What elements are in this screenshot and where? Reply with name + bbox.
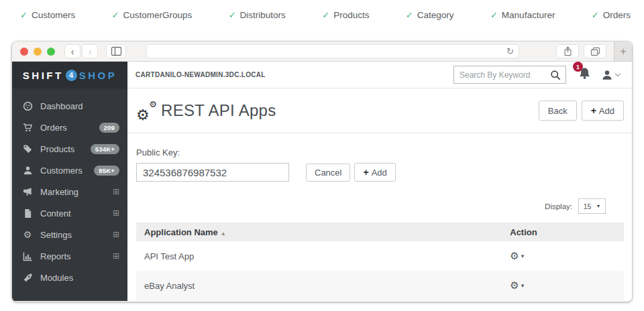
logo-text-shop: SHOP: [79, 70, 117, 81]
back-button[interactable]: ‹: [64, 44, 80, 58]
table-header-row: Application Name▲ Action: [136, 223, 624, 241]
sidebar-item-content[interactable]: Content ⊞: [12, 202, 127, 224]
share-icon: [564, 46, 572, 56]
expand-icon[interactable]: ⊞: [113, 187, 119, 196]
document-icon: [22, 208, 33, 219]
add-app-button[interactable]: + Add: [582, 101, 624, 121]
forward-button[interactable]: ›: [82, 44, 98, 58]
sidebar-item-dashboard[interactable]: Dashboard: [12, 95, 127, 117]
app-name-cell: eBay Analyst: [136, 271, 502, 300]
screen: ✓ Customers ✓ CustomerGroups ✓ Distribut…: [0, 0, 644, 311]
sidebar-item-reports[interactable]: Reports ⊞: [12, 245, 127, 267]
apps-table: Application Name▲ Action API Test App ⚙ …: [136, 223, 624, 300]
sidebar-nav: Dashboard Orders 209 Products 534K+ Cust…: [12, 88, 127, 288]
breadcrumb: CARTDANILO-NEWADMIN.3DC.LOCAL: [136, 71, 266, 78]
column-application-name[interactable]: Application Name▲: [136, 223, 502, 241]
workflow-nav: ✓ Customers ✓ CustomerGroups ✓ Distribut…: [0, 0, 644, 29]
sidebar-item-label: Dashboard: [40, 101, 83, 111]
apps-table-body: API Test App ⚙ ▾ eBay Analyst ⚙ ▾: [136, 241, 624, 300]
keyword-search[interactable]: [453, 66, 566, 84]
check-icon: ✓: [592, 10, 599, 20]
column-action: Action: [502, 223, 624, 241]
action-menu-button[interactable]: ⚙ ▾: [510, 250, 524, 262]
display-count-select[interactable]: 15 ▼: [578, 198, 606, 214]
back-page-button[interactable]: Back: [539, 101, 577, 121]
search-input[interactable]: [460, 70, 550, 80]
reload-icon[interactable]: ↻: [506, 46, 514, 56]
user-account-icon: [601, 69, 613, 81]
address-input[interactable]: [147, 48, 519, 56]
count-badge: 534K+: [91, 144, 119, 154]
megaphone-icon: [22, 187, 33, 197]
workflow-step[interactable]: ✓ Category: [406, 10, 454, 20]
plus-icon: +: [363, 167, 368, 178]
user-menu-button[interactable]: [601, 69, 620, 81]
app-name-cell: API Test App: [136, 241, 502, 271]
sidebar-item-label: Modules: [40, 273, 73, 283]
gear-icon: ⚙: [510, 279, 519, 292]
sidebar-item-products[interactable]: Products 534K+: [12, 138, 127, 160]
notification-badge: 1: [573, 62, 583, 72]
expand-icon[interactable]: ⊞: [113, 230, 119, 239]
gears-icon: ⚙: [22, 229, 33, 240]
tab-overview-button[interactable]: [584, 44, 606, 58]
workflow-step-label: Distributors: [240, 10, 286, 20]
notifications-button[interactable]: 1: [578, 67, 591, 82]
admin-sidebar: SHIFT 4 SHOP Dashboard Orders 209 Produc…: [12, 62, 127, 301]
cart-icon: [22, 123, 33, 133]
sidebar-item-customers[interactable]: Customers 85K+: [12, 160, 127, 181]
sidebar-item-label: Content: [40, 208, 71, 219]
workflow-step[interactable]: ✓ Products: [322, 10, 369, 20]
gear-icon: ⚙: [510, 250, 519, 262]
tags-icon: [22, 144, 33, 154]
workflow-step[interactable]: ✓ Manufacturer: [490, 10, 555, 20]
cancel-button[interactable]: Cancel: [306, 164, 350, 182]
close-button[interactable]: [20, 48, 28, 56]
sidebar-item-marketing[interactable]: Marketing ⊞: [12, 181, 127, 202]
search-icon[interactable]: [550, 70, 561, 80]
shift4shop-logo[interactable]: SHIFT 4 SHOP: [12, 62, 127, 88]
public-key-input[interactable]: [136, 163, 289, 182]
new-tab-button[interactable]: +: [614, 42, 632, 61]
workflow-step-label: CustomerGroups: [123, 10, 192, 20]
workflow-step[interactable]: ✓ Distributors: [229, 10, 286, 20]
chevron-down-icon: [615, 71, 621, 76]
sort-asc-icon: ▲: [221, 231, 226, 237]
check-icon: ✓: [322, 10, 329, 20]
address-bar[interactable]: ↻: [146, 44, 519, 58]
dropdown-caret-icon: ▼: [596, 204, 600, 208]
workflow-step[interactable]: ✓ Customers: [20, 10, 75, 20]
sidebar-item-settings[interactable]: ⚙ Settings ⊞: [12, 224, 127, 245]
workflow-step[interactable]: ✓ Orders: [592, 10, 631, 20]
dashboard-icon: [22, 101, 33, 111]
action-menu-button[interactable]: ⚙ ▾: [510, 279, 524, 292]
share-button[interactable]: [556, 44, 579, 58]
expand-icon[interactable]: ⊞: [113, 251, 119, 261]
logo-4-badge: 4: [66, 70, 77, 81]
minimize-button[interactable]: [34, 48, 42, 56]
zoom-button[interactable]: [47, 48, 55, 56]
sidebar-item-label: Customers: [40, 166, 83, 176]
workflow-step-label: Category: [417, 10, 454, 20]
count-badge: 209: [99, 123, 119, 133]
workflow-step-label: Orders: [603, 10, 631, 20]
sidebar-item-orders[interactable]: Orders 209: [12, 117, 127, 138]
display-label: Display:: [545, 202, 572, 210]
sidebar-item-modules[interactable]: Modules: [12, 267, 127, 288]
window-controls: [20, 48, 55, 56]
expand-icon[interactable]: ⊞: [113, 208, 119, 218]
sidebar-item-label: Settings: [40, 230, 72, 240]
caret-down-icon: ▾: [521, 282, 525, 289]
confirm-add-button[interactable]: + Add: [354, 163, 395, 182]
sidebar-toggle-button[interactable]: [106, 44, 126, 58]
user-icon: [22, 166, 33, 176]
workflow-step-label: Customers: [32, 10, 75, 20]
bar-chart-icon: [22, 251, 33, 261]
plus-icon: +: [591, 105, 596, 116]
workflow-step[interactable]: ✓ CustomerGroups: [112, 10, 193, 20]
tabs-icon: [590, 47, 600, 56]
check-icon: ✓: [112, 10, 119, 20]
rocket-icon: [22, 273, 33, 283]
workflow-step-label: Manufacturer: [502, 10, 555, 20]
logo-text-shift: SHIFT: [23, 70, 64, 81]
